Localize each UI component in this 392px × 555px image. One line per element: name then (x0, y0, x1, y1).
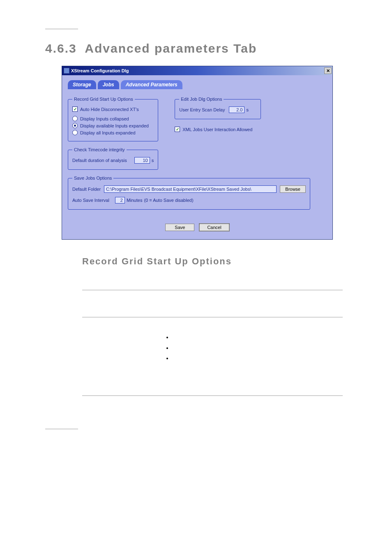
label-duration: Default duration of analysis (72, 158, 127, 163)
list-item: Display available inputs expanded (defau… (173, 344, 343, 352)
checkbox-auto-hide[interactable] (72, 106, 78, 112)
cancel-button[interactable]: Cancel (199, 224, 229, 231)
tab-advanced-parameters[interactable]: Advanced Parameters (121, 80, 182, 89)
dialog-titlebar: XStream Configuration Dlg ✕ (62, 66, 332, 75)
list-item: Display inputs collapsed (173, 333, 343, 342)
unit-seconds: s (246, 107, 249, 112)
option-label: Display Inputs collapsed / available inp… (82, 322, 164, 390)
label-scan-delay: User Entry Scan Delay (179, 107, 225, 112)
option-label: Auto Hide Disconnected XT's (82, 295, 164, 311)
option-bullets: Display inputs collapsed Display availab… (173, 333, 343, 363)
input-duration[interactable]: 10 (134, 157, 150, 164)
close-icon[interactable]: ✕ (324, 67, 332, 74)
option-desc: You have three options for the display o… (164, 322, 343, 390)
tab-storage[interactable]: Storage (68, 80, 96, 89)
radio-available-expanded[interactable] (72, 123, 78, 128)
option-row: Auto Hide Disconnected XT's If checked (… (82, 295, 343, 311)
unit-seconds: s (152, 158, 154, 163)
group-legend: Save Jobs Options (72, 176, 113, 180)
config-dialog: XStream Configuration Dlg ✕ Storage Jobs… (62, 66, 333, 240)
option-desc-outro: Depending on the default resolution of y… (164, 367, 339, 389)
subheading: Record Grid Start Up Options (82, 256, 367, 267)
label-auto-hide: Auto Hide Disconnected XT's (80, 107, 139, 112)
group-legend: Record Grid Start Up Options (72, 97, 135, 102)
save-button[interactable]: Save (165, 224, 194, 231)
radio-inputs-collapsed[interactable] (72, 116, 78, 121)
option-row: Display Inputs collapsed / available inp… (82, 322, 343, 390)
dialog-title: XStream Configuration Dlg (71, 68, 324, 73)
section-number: 4.6.3 (45, 42, 77, 55)
label-xml-jobs: XML Jobs User Interaction Allowed (182, 127, 252, 132)
checkbox-xml-jobs[interactable] (175, 127, 180, 132)
intro-text: The following options influence the disp… (82, 274, 343, 282)
label-default-folder: Default Folder (72, 187, 101, 192)
input-auto-save-interval[interactable]: 2 (115, 197, 125, 204)
unit-minutes: Minutes (127, 198, 143, 203)
browse-button[interactable]: Browse (280, 185, 306, 193)
section-heading: 4.6.3 Advanced parameters Tab (45, 42, 367, 56)
tab-jobs[interactable]: Jobs (98, 80, 119, 89)
group-legend: Check Timecode integrity (72, 147, 127, 152)
label-all-expanded: Display all Inputs expanded (80, 130, 136, 135)
input-default-folder[interactable]: C:\Program Files\EVS Broadcast Equipment… (104, 185, 277, 193)
group-save-jobs: Save Jobs Options Default Folder C:\Prog… (68, 176, 310, 210)
group-check-timecode: Check Timecode integrity Default duratio… (68, 147, 158, 170)
note-auto-save: (0 = Auto Save disabled) (144, 198, 193, 203)
option-desc: If checked (default), the XT's that were… (164, 295, 343, 311)
group-edit-job: Edit Job Dlg Options User Entry Scan Del… (175, 97, 261, 119)
radio-all-expanded[interactable] (72, 130, 78, 135)
group-record-grid: Record Grid Start Up Options Auto Hide D… (68, 97, 158, 141)
list-item: Display all inputs expanded (173, 354, 343, 363)
group-legend: Edit Job Dlg Options (179, 97, 224, 102)
label-auto-save-interval: Auto Save Interval (72, 198, 109, 203)
label-inputs-collapsed: Display Inputs collapsed (80, 116, 129, 121)
app-icon (64, 68, 69, 74)
label-available-expanded: Display available Inputs expanded (80, 123, 149, 128)
tabs-row: Storage Jobs Advanced Parameters (68, 80, 327, 89)
input-scan-delay[interactable]: 2.0 (229, 106, 244, 113)
section-title-text: Advanced parameters Tab (85, 42, 257, 55)
option-desc-intro: You have three options for the display o… (164, 323, 338, 329)
